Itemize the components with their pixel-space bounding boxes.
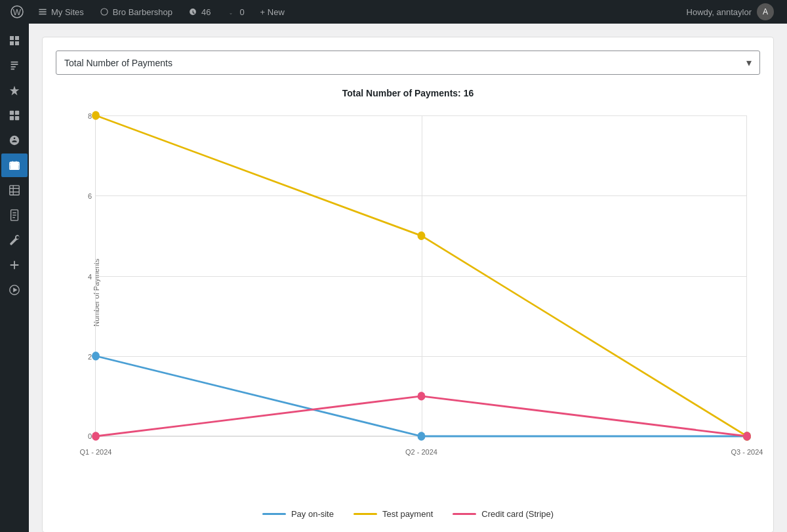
new-content-menu[interactable]: + New bbox=[254, 0, 291, 24]
dot-test-payment-q2 bbox=[418, 232, 426, 240]
dot-credit-card-q2 bbox=[418, 392, 426, 400]
y-tick-6: 6 bbox=[88, 192, 96, 200]
sidebar-item-posts[interactable] bbox=[1, 54, 28, 77]
chevron-down-icon: ▾ bbox=[746, 56, 752, 69]
svg-rect-2 bbox=[10, 111, 14, 115]
admin-sidebar bbox=[0, 24, 29, 532]
new-label: + New bbox=[260, 7, 285, 17]
chart-container: Total Number of Payments ▾ Total Number … bbox=[42, 37, 774, 532]
sidebar-item-pinned[interactable] bbox=[1, 79, 28, 102]
sidebar-item-dashboard[interactable] bbox=[1, 29, 28, 52]
main-content: Total Number of Payments ▾ Total Number … bbox=[29, 24, 787, 532]
svg-rect-6 bbox=[10, 163, 19, 170]
legend-test-payment: Test payment bbox=[353, 509, 433, 519]
legend-color-pay-onsite bbox=[262, 513, 286, 515]
chart-area: Number of Payments 8 6 4 2 0 bbox=[56, 109, 760, 476]
sidebar-item-tools[interactable] bbox=[1, 228, 28, 252]
legend-label-credit-card: Credit card (Stripe) bbox=[481, 509, 554, 519]
svg-rect-10 bbox=[10, 186, 19, 195]
svg-text:W: W bbox=[13, 7, 22, 17]
my-sites-menu[interactable]: My Sites bbox=[31, 0, 91, 24]
svg-rect-5 bbox=[15, 116, 19, 120]
x-tick-q3: Q3 - 2024 bbox=[731, 448, 763, 456]
legend-color-test-payment bbox=[353, 513, 377, 515]
line-credit-card bbox=[96, 396, 747, 436]
x-tick-q1: Q1 - 2024 bbox=[80, 448, 112, 456]
wp-logo-icon[interactable]: W bbox=[5, 0, 29, 24]
howdy-text: Howdy, anntaylor bbox=[687, 7, 752, 17]
dot-credit-card-q3 bbox=[743, 432, 751, 440]
chart-title: Total Number of Payments: 16 bbox=[56, 88, 760, 98]
dropdown-label: Total Number of Payments bbox=[64, 58, 172, 68]
sidebar-item-table[interactable] bbox=[1, 178, 28, 202]
chart-legend: Pay on-site Test payment Credit card (St… bbox=[56, 509, 760, 519]
chart-plot-area: 8 6 4 2 0 Q1 - 2024 Q2 - bbox=[95, 115, 747, 437]
comments-count: 0 bbox=[239, 7, 244, 17]
dot-credit-card-q1 bbox=[92, 432, 100, 440]
legend-credit-card: Credit card (Stripe) bbox=[453, 509, 554, 519]
dot-test-payment-q1 bbox=[92, 111, 100, 119]
dot-pay-onsite-q2 bbox=[418, 432, 426, 440]
legend-label-pay-onsite: Pay on-site bbox=[291, 509, 334, 519]
svg-rect-4 bbox=[10, 116, 14, 120]
line-test-payment bbox=[96, 115, 747, 436]
sidebar-item-feedback[interactable] bbox=[1, 129, 28, 152]
my-sites-label: My Sites bbox=[51, 7, 84, 17]
sidebar-item-pages[interactable] bbox=[1, 203, 28, 227]
legend-color-credit-card bbox=[453, 513, 476, 515]
legend-label-test-payment: Test payment bbox=[382, 509, 433, 519]
admin-bar: W My Sites Bro Barbershop 46 0 + New How… bbox=[0, 0, 787, 24]
site-name: Bro Barbershop bbox=[113, 7, 172, 17]
updates-link[interactable]: 46 bbox=[182, 0, 217, 24]
sidebar-item-calendar[interactable] bbox=[1, 153, 28, 177]
updates-count: 46 bbox=[201, 7, 211, 17]
svg-marker-19 bbox=[13, 287, 17, 292]
chart-svg bbox=[96, 115, 747, 436]
x-tick-q2: Q2 - 2024 bbox=[405, 448, 437, 456]
dot-pay-onsite-q1 bbox=[92, 352, 100, 360]
sidebar-item-media[interactable] bbox=[1, 278, 28, 302]
metric-dropdown[interactable]: Total Number of Payments ▾ bbox=[56, 51, 760, 75]
sidebar-item-blocks[interactable] bbox=[1, 104, 28, 127]
svg-rect-3 bbox=[15, 111, 19, 115]
site-name-link[interactable]: Bro Barbershop bbox=[93, 0, 179, 24]
user-menu[interactable]: Howdy, anntaylor A bbox=[679, 3, 782, 20]
y-tick-4: 4 bbox=[88, 273, 96, 281]
sidebar-item-add[interactable] bbox=[1, 253, 28, 277]
comments-link[interactable]: 0 bbox=[220, 0, 251, 24]
legend-pay-onsite: Pay on-site bbox=[262, 509, 334, 519]
user-avatar: A bbox=[757, 3, 774, 20]
